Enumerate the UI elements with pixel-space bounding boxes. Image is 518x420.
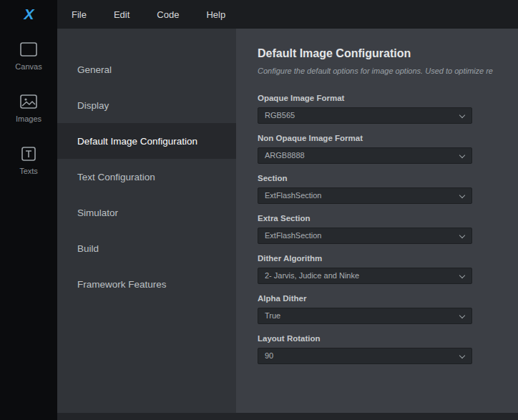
- chevron-down-icon: [459, 233, 465, 238]
- select-value: ExtFlashSection: [265, 231, 321, 240]
- page-title: Default Image Configuration: [258, 47, 518, 60]
- field-opaque-image-format: Opaque Image Format RGB565: [258, 94, 472, 124]
- chevron-down-icon: [459, 192, 465, 198]
- settings-content: Default Image Configuration Configure th…: [236, 29, 518, 413]
- nav-item-default-image-configuration[interactable]: Default Image Configuration: [57, 123, 236, 159]
- field-label: Non Opaque Image Format: [258, 134, 472, 142]
- menubar: File Edit Code Help: [57, 0, 227, 29]
- select-value: 2- Jarvis, Judice and Ninke: [265, 271, 359, 280]
- chevron-down-icon: [459, 353, 465, 358]
- select-value: 90: [265, 351, 273, 360]
- menu-edit[interactable]: Edit: [112, 6, 131, 23]
- section-select[interactable]: ExtFlashSection: [258, 187, 472, 204]
- page-subtitle: Configure the default options for image …: [258, 67, 518, 75]
- top-menu-bar: X File Edit Code Help: [0, 0, 518, 29]
- select-value: True: [265, 311, 280, 320]
- dither-algorithm-select[interactable]: 2- Jarvis, Judice and Ninke: [258, 268, 472, 284]
- chevron-down-icon: [459, 152, 465, 158]
- layout-rotation-select[interactable]: 90: [258, 348, 472, 364]
- field-dither-algorithm: Dither Algorithm 2- Jarvis, Judice and N…: [258, 254, 472, 284]
- settings-nav-panel: General Display Default Image Configurat…: [57, 29, 236, 413]
- rail-item-canvas[interactable]: Canvas: [0, 41, 57, 71]
- select-value: ExtFlashSection: [265, 191, 321, 200]
- nav-item-framework-features[interactable]: Framework Features: [57, 266, 236, 302]
- non-opaque-image-format-select[interactable]: ARGB8888: [258, 147, 472, 164]
- field-extra-section: Extra Section ExtFlashSection: [258, 214, 472, 244]
- nav-item-display[interactable]: Display: [57, 87, 236, 123]
- nav-item-build[interactable]: Build: [57, 230, 236, 266]
- field-label: Opaque Image Format: [258, 94, 472, 102]
- chevron-down-icon: [459, 112, 465, 118]
- alpha-dither-select[interactable]: True: [258, 308, 472, 324]
- rail-label-canvas: Canvas: [15, 62, 41, 71]
- canvas-icon: [19, 41, 38, 57]
- chevron-down-icon: [459, 313, 465, 318]
- rail-item-images[interactable]: Images: [0, 94, 57, 123]
- select-value: ARGB8888: [265, 151, 305, 160]
- menu-file[interactable]: File: [70, 6, 88, 23]
- field-section: Section ExtFlashSection: [258, 174, 472, 204]
- status-bar: [57, 413, 518, 420]
- field-label: Layout Rotation: [258, 334, 472, 343]
- app-logo[interactable]: X: [0, 0, 57, 29]
- rail-item-texts[interactable]: Texts: [0, 146, 57, 175]
- field-label: Section: [258, 174, 472, 182]
- rail-label-images: Images: [16, 114, 41, 123]
- rail-label-texts: Texts: [19, 167, 38, 175]
- field-layout-rotation: Layout Rotation 90: [258, 334, 472, 364]
- nav-item-text-configuration[interactable]: Text Configuration: [57, 159, 236, 195]
- extra-section-select[interactable]: ExtFlashSection: [258, 228, 472, 244]
- nav-item-general[interactable]: General: [57, 52, 236, 87]
- texts-icon: [20, 146, 37, 162]
- left-icon-rail: Canvas Images Texts: [0, 29, 57, 420]
- field-label: Extra Section: [258, 214, 472, 223]
- field-label: Alpha Dither: [258, 294, 472, 303]
- opaque-image-format-select[interactable]: RGB565: [258, 107, 472, 124]
- menu-code[interactable]: Code: [155, 6, 180, 23]
- field-alpha-dither: Alpha Dither True: [258, 294, 472, 324]
- nav-item-simulator[interactable]: Simulator: [57, 195, 236, 230]
- touchgfx-logo-icon: X: [24, 6, 33, 23]
- menu-help[interactable]: Help: [205, 6, 227, 23]
- chevron-down-icon: [459, 273, 465, 278]
- images-icon: [19, 94, 38, 109]
- field-label: Dither Algorithm: [258, 254, 472, 263]
- select-value: RGB565: [265, 111, 295, 119]
- field-non-opaque-image-format: Non Opaque Image Format ARGB8888: [258, 134, 472, 164]
